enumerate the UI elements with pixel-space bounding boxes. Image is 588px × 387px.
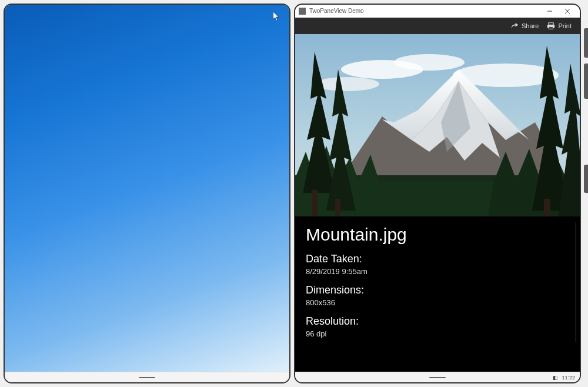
meta-dimensions: Dimensions: 800x536 bbox=[306, 284, 569, 307]
device-side-tab bbox=[584, 64, 588, 99]
taskbar-handle-right bbox=[429, 377, 446, 378]
date-taken-value: 8/29/2019 9:55am bbox=[306, 267, 569, 276]
taskbar-handle bbox=[139, 377, 155, 378]
minimize-button[interactable] bbox=[541, 5, 559, 18]
resolution-value: 96 dpi bbox=[306, 329, 569, 338]
meta-date: Date Taken: 8/29/2019 9:55am bbox=[306, 253, 569, 276]
toolbar: Share Print bbox=[295, 18, 580, 34]
share-label: Share bbox=[522, 22, 539, 29]
image-preview[interactable] bbox=[295, 34, 580, 216]
taskbar-clock[interactable]: 11:22 bbox=[562, 375, 575, 381]
share-icon bbox=[510, 22, 519, 30]
svg-rect-5 bbox=[549, 27, 553, 29]
file-name: Mountain.jpg bbox=[306, 225, 569, 245]
left-device-pane bbox=[4, 4, 290, 383]
svg-rect-3 bbox=[549, 23, 554, 25]
print-button[interactable]: Print bbox=[547, 22, 572, 30]
svg-point-8 bbox=[394, 54, 465, 71]
scrollbar[interactable] bbox=[576, 222, 576, 342]
taskbar-right[interactable]: ◧ 11:22 bbox=[295, 372, 580, 382]
mouse-cursor-icon bbox=[273, 12, 280, 21]
window-titlebar: TwoPaneView Demo bbox=[295, 5, 580, 18]
right-device-pane: TwoPaneView Demo Share Print bbox=[294, 4, 581, 383]
svg-rect-12 bbox=[312, 190, 318, 216]
tray-icon[interactable]: ◧ bbox=[553, 375, 558, 381]
content-area: Mountain.jpg Date Taken: 8/29/2019 9:55a… bbox=[295, 34, 580, 372]
svg-rect-14 bbox=[544, 199, 550, 216]
device-side-tab bbox=[584, 28, 588, 58]
device-side-tab bbox=[584, 165, 588, 193]
svg-rect-13 bbox=[335, 199, 340, 216]
desktop-background[interactable] bbox=[5, 5, 289, 372]
meta-resolution: Resolution: 96 dpi bbox=[306, 315, 569, 338]
window-title: TwoPaneView Demo bbox=[309, 8, 541, 14]
app-body: Share Print bbox=[295, 18, 580, 372]
mountain-image bbox=[295, 34, 580, 216]
taskbar-left[interactable] bbox=[5, 372, 289, 382]
dimensions-label: Dimensions: bbox=[306, 284, 569, 296]
svg-point-10 bbox=[315, 77, 379, 91]
app-icon bbox=[299, 8, 306, 15]
share-button[interactable]: Share bbox=[510, 22, 539, 30]
print-icon bbox=[547, 22, 555, 30]
details-panel[interactable]: Mountain.jpg Date Taken: 8/29/2019 9:55a… bbox=[295, 216, 580, 372]
print-label: Print bbox=[558, 22, 572, 29]
date-taken-label: Date Taken: bbox=[306, 253, 569, 265]
dimensions-value: 800x536 bbox=[306, 298, 569, 307]
resolution-label: Resolution: bbox=[306, 315, 569, 328]
close-button[interactable] bbox=[559, 5, 576, 18]
